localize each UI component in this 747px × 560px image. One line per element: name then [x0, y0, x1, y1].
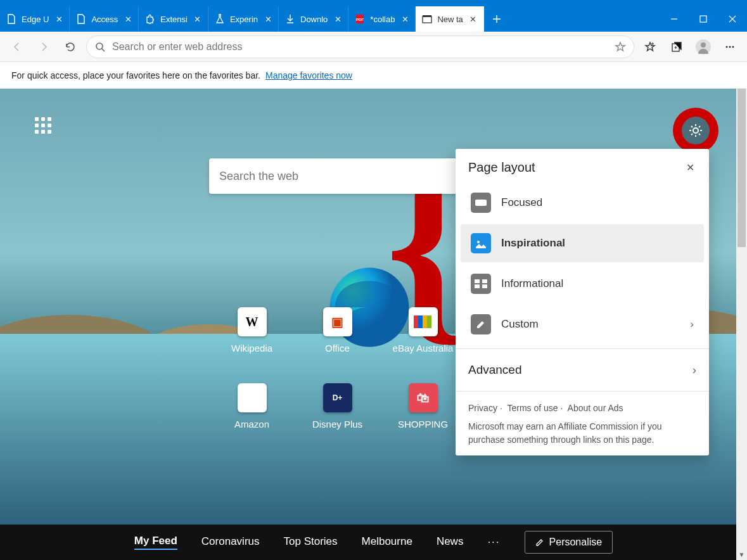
tab-edge[interactable]: Edge U ✕ [0, 6, 70, 32]
menu-button[interactable] [719, 36, 741, 58]
svg-rect-22 [482, 279, 487, 283]
scroll-down-arrow[interactable]: ▼ [736, 549, 747, 560]
new-tab-button[interactable] [484, 6, 509, 32]
close-icon[interactable]: ✕ [400, 14, 410, 24]
vertical-scrollbar[interactable]: ▲ ▼ [736, 89, 747, 560]
tab-label: Extensi [160, 15, 188, 24]
tab-extensions[interactable]: Extensi ✕ [139, 6, 208, 32]
svg-rect-18 [475, 200, 487, 206]
inspirational-icon [471, 233, 491, 253]
quick-links-grid: WWikipedia ▣Office eBay Australia aAmazo… [209, 307, 466, 459]
forward-button[interactable] [33, 36, 54, 58]
quicklink-label: eBay Australia [393, 343, 454, 353]
svg-text:PDF: PDF [356, 18, 364, 22]
close-icon[interactable]: ✕ [263, 14, 273, 24]
feed-tab-news[interactable]: News [437, 535, 464, 549]
svg-point-8 [701, 42, 706, 48]
feed-tab-topstories[interactable]: Top Stories [284, 535, 338, 549]
option-label: Inspirational [501, 237, 565, 250]
gear-icon [687, 122, 704, 139]
quicklink-ebay[interactable]: eBay Australia [380, 307, 466, 383]
feed-tab-melbourne[interactable]: Melbourne [362, 535, 412, 549]
panel-close-button[interactable]: ✕ [684, 162, 696, 174]
quicklink-label: Disney Plus [312, 419, 362, 430]
apps-launcher-icon[interactable] [35, 117, 53, 135]
svg-rect-14 [414, 315, 418, 328]
quicklink-office[interactable]: ▣Office [295, 307, 380, 383]
tab-label: New ta [437, 15, 463, 24]
chevron-right-icon: › [690, 318, 694, 331]
close-icon[interactable]: ✕ [123, 14, 133, 24]
address-bar[interactable] [86, 35, 634, 58]
layout-option-informational[interactable]: Informational [461, 265, 704, 303]
close-icon[interactable]: ✕ [333, 14, 343, 24]
profile-button[interactable] [693, 36, 714, 58]
favbar-text: For quick access, place your favorites h… [11, 70, 260, 80]
panel-footer: Privacy· Terms of use· About our Ads Mic… [456, 397, 709, 447]
quicklink-label: Wikipedia [231, 343, 272, 353]
tab-newtab[interactable]: New ta ✕ [416, 6, 483, 32]
quicklink-disney[interactable]: D+Disney Plus [295, 383, 380, 459]
ads-link[interactable]: About our Ads [568, 403, 623, 413]
close-icon[interactable]: ✕ [193, 14, 203, 24]
address-input[interactable] [112, 41, 608, 53]
svg-point-12 [693, 128, 698, 133]
annotation-highlight [673, 108, 718, 153]
svg-rect-4 [700, 16, 706, 22]
option-label: Custom [501, 318, 539, 331]
panel-title: Page layout [468, 160, 535, 175]
minimize-button[interactable] [660, 6, 689, 32]
scroll-thumb[interactable] [737, 89, 746, 247]
layout-option-inspirational[interactable]: Inspirational [461, 224, 704, 262]
feed-tab-coronavirus[interactable]: Coronavirus [201, 535, 260, 549]
svg-rect-3 [423, 15, 431, 17]
terms-link[interactable]: Terms of use [507, 403, 558, 413]
maximize-button[interactable] [689, 6, 718, 32]
tab-collab[interactable]: PDF *collab ✕ [348, 6, 416, 32]
feed-tab-myfeed[interactable]: My Feed [134, 535, 177, 550]
favorite-star-icon[interactable] [615, 41, 626, 53]
advanced-row[interactable]: Advanced › [456, 354, 709, 386]
tab-label: Access [91, 15, 118, 24]
svg-point-11 [732, 46, 734, 48]
refresh-button[interactable] [60, 36, 81, 58]
feed-bar: My Feed Coronavirus Top Stories Melbourn… [0, 525, 747, 560]
svg-rect-21 [475, 279, 480, 283]
quicklink-label: Office [325, 343, 350, 353]
tab-access[interactable]: Access ✕ [70, 6, 139, 32]
back-button[interactable] [6, 36, 28, 58]
favorites-button[interactable] [639, 36, 661, 58]
svg-rect-2 [423, 16, 431, 23]
layout-option-focused[interactable]: Focused [461, 184, 704, 222]
quicklink-label: Amazon [234, 419, 269, 430]
collections-button[interactable] [666, 36, 687, 58]
pdf-icon: PDF [355, 14, 365, 24]
window-controls [660, 6, 747, 32]
quicklink-wikipedia[interactable]: WWikipedia [209, 307, 295, 383]
new-tab-page: { WWikipedia ▣Office eBay Australia aAma… [0, 89, 747, 560]
quicklink-shopping[interactable]: 🛍SHOPPING [380, 383, 466, 459]
tab-label: Downlo [300, 15, 328, 24]
personalise-button[interactable]: Personalise [525, 531, 613, 554]
feed-more-button[interactable]: ··· [487, 536, 500, 549]
focused-icon [471, 193, 491, 213]
privacy-link[interactable]: Privacy [468, 403, 497, 413]
close-window-button[interactable] [718, 6, 747, 32]
manage-favorites-link[interactable]: Manage favorites now [265, 70, 352, 80]
tab-strip: Edge U ✕ Access ✕ Extensi ✕ Experin ✕ Do… [0, 6, 747, 32]
quicklink-label: SHOPPING [398, 419, 448, 430]
tab-experiments[interactable]: Experin ✕ [208, 6, 279, 32]
quicklink-amazon[interactable]: aAmazon [209, 383, 295, 459]
search-icon [94, 41, 106, 53]
advanced-label: Advanced [468, 363, 522, 377]
tab-downloads[interactable]: Downlo ✕ [279, 6, 348, 32]
option-label: Informational [501, 277, 563, 290]
toolbar [0, 32, 747, 62]
close-icon[interactable]: ✕ [468, 14, 478, 24]
layout-option-custom[interactable]: Custom › [461, 305, 704, 343]
svg-rect-17 [427, 315, 431, 328]
svg-point-5 [96, 43, 103, 49]
close-icon[interactable]: ✕ [54, 14, 64, 24]
affiliate-note: Microsoft may earn an Affiliate Commissi… [468, 420, 696, 447]
page-settings-button[interactable] [682, 117, 710, 144]
